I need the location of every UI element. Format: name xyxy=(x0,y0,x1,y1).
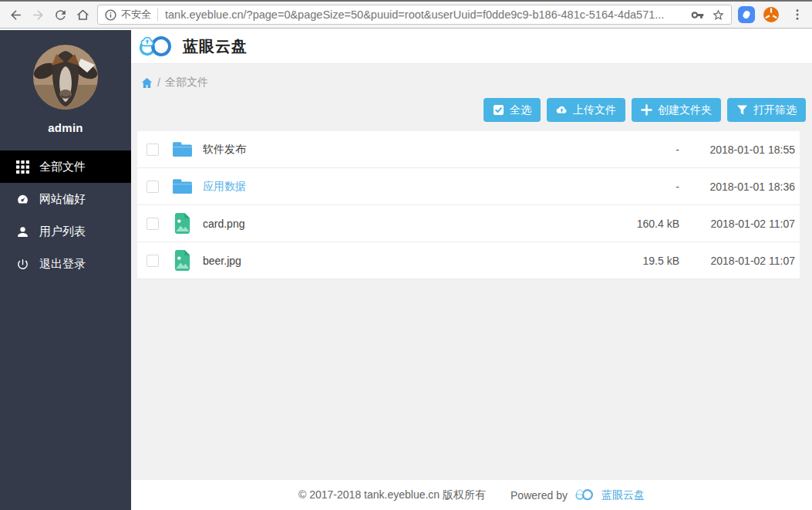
sidebar-item-label: 网站偏好 xyxy=(39,192,86,207)
browser-toolbar: 不安全 tank.eyeblue.cn/?page=0&pageSize=50&… xyxy=(0,0,812,29)
grid-icon xyxy=(16,160,29,174)
footer-brand-link[interactable]: 蓝眼云盘 xyxy=(601,488,645,502)
open-filter-label: 打开筛选 xyxy=(753,103,797,117)
upload-file-button[interactable]: 上传文件 xyxy=(547,98,625,122)
omnibox-divider xyxy=(157,8,158,21)
kebab-menu-icon xyxy=(790,8,804,22)
table-row[interactable]: 应用数据 - 2018-01-01 18:36 xyxy=(137,168,800,205)
sidebar-nav: 全部文件 网站偏好 用户列表 xyxy=(0,150,131,280)
sidebar-item-all-files[interactable]: 全部文件 xyxy=(0,150,131,183)
username: admin xyxy=(0,121,131,134)
key-icon[interactable] xyxy=(691,8,704,22)
select-all-label: 全选 xyxy=(510,103,531,117)
home-icon xyxy=(76,8,90,22)
security-label: 不安全 xyxy=(121,8,151,22)
table-row[interactable]: card.png 160.4 kB 2018-01-02 11:07 xyxy=(137,205,800,242)
file-size: 19.5 kB xyxy=(595,255,679,267)
table-row[interactable]: beer.jpg 19.5 kB 2018-01-02 11:07 xyxy=(137,242,800,279)
copyright-text: © 2017-2018 tank.eyeblue.cn 版权所有 xyxy=(298,488,486,502)
screen: 不安全 tank.eyeblue.cn/?page=0&pageSize=50&… xyxy=(0,0,812,510)
user-icon xyxy=(16,225,29,238)
cloud-upload-icon xyxy=(556,104,568,116)
extension-blue-button[interactable] xyxy=(738,6,755,23)
star-icon[interactable] xyxy=(712,8,725,22)
back-icon xyxy=(8,8,23,22)
power-icon xyxy=(16,258,29,271)
extension-orange-button[interactable] xyxy=(763,6,780,23)
file-size: - xyxy=(595,181,679,193)
file-size: 160.4 kB xyxy=(595,218,679,230)
page-title: 蓝眼云盘 xyxy=(183,36,248,57)
avatar[interactable] xyxy=(33,45,98,110)
file-size: - xyxy=(595,144,679,156)
content-area: / 全部文件 全选 xyxy=(131,64,812,480)
breadcrumb-separator: / xyxy=(157,76,160,89)
plus-icon xyxy=(641,104,652,116)
url-text: tank.eyeblue.cn/?page=0&pageSize=50&puui… xyxy=(165,8,685,21)
info-icon[interactable] xyxy=(104,8,117,22)
forward-icon xyxy=(31,8,45,22)
sidebar-item-preferences[interactable]: 网站偏好 xyxy=(0,183,131,215)
select-all-button[interactable]: 全选 xyxy=(483,98,541,122)
table-row[interactable]: 软件发布 - 2018-01-01 18:55 xyxy=(137,131,800,168)
extension-blue-icon xyxy=(738,6,755,23)
file-date: 2018-01-02 11:07 xyxy=(679,218,797,230)
address-bar[interactable]: 不安全 tank.eyeblue.cn/?page=0&pageSize=50&… xyxy=(97,5,732,25)
folder-icon xyxy=(172,139,193,160)
breadcrumb: / 全部文件 xyxy=(137,64,806,90)
file-name[interactable]: beer.jpg xyxy=(203,255,595,267)
check-square-icon xyxy=(493,104,504,116)
file-name[interactable]: 应用数据 xyxy=(203,180,595,194)
filter-icon xyxy=(736,104,748,116)
create-folder-button[interactable]: 创建文件夹 xyxy=(632,98,721,122)
action-toolbar: 全选 上传文件 创建文件夹 xyxy=(137,98,806,122)
image-file-icon xyxy=(172,250,193,271)
open-filter-button[interactable]: 打开筛选 xyxy=(727,98,806,122)
file-table: 软件发布 - 2018-01-01 18:55 应用数据 - 2018-01-0… xyxy=(137,131,800,279)
dashboard-icon xyxy=(16,193,29,206)
browser-menu-button[interactable] xyxy=(787,5,807,25)
reload-button[interactable] xyxy=(49,4,72,26)
upload-file-label: 上传文件 xyxy=(573,103,616,117)
row-checkbox[interactable] xyxy=(147,181,159,193)
sidebar-item-users[interactable]: 用户列表 xyxy=(0,215,131,248)
app-header: 蓝眼云盘 xyxy=(131,30,812,64)
app-footer: © 2017-2018 tank.eyeblue.cn 版权所有 Powered… xyxy=(131,480,812,510)
row-checkbox[interactable] xyxy=(147,218,159,230)
sidebar-item-label: 退出登录 xyxy=(39,257,86,272)
breadcrumb-current: 全部文件 xyxy=(165,76,208,90)
forward-button[interactable] xyxy=(27,4,49,26)
footer-logo xyxy=(574,488,595,502)
file-date: 2018-01-01 18:36 xyxy=(679,181,797,193)
sidebar-item-label: 全部文件 xyxy=(39,160,86,174)
reload-icon xyxy=(53,8,68,22)
row-checkbox[interactable] xyxy=(147,144,159,156)
file-date: 2018-01-01 18:55 xyxy=(679,144,797,156)
file-date: 2018-01-02 11:07 xyxy=(679,255,797,267)
extension-orange-icon xyxy=(763,6,780,23)
row-checkbox[interactable] xyxy=(147,255,159,267)
file-name[interactable]: 软件发布 xyxy=(203,143,595,157)
breadcrumb-home-icon[interactable] xyxy=(141,77,153,89)
powered-by-text: Powered by xyxy=(510,489,568,502)
image-file-icon xyxy=(172,213,193,234)
goat-avatar-image xyxy=(33,45,98,110)
sidebar: admin 全部文件 网站偏好 xyxy=(0,30,131,510)
sidebar-item-logout[interactable]: 退出登录 xyxy=(0,248,131,280)
create-folder-label: 创建文件夹 xyxy=(658,103,712,117)
sidebar-item-label: 用户列表 xyxy=(39,225,86,239)
folder-icon xyxy=(172,176,193,197)
file-name[interactable]: card.png xyxy=(203,218,595,230)
home-button[interactable] xyxy=(72,4,94,26)
app-logo xyxy=(137,35,174,59)
back-button[interactable] xyxy=(5,4,27,26)
